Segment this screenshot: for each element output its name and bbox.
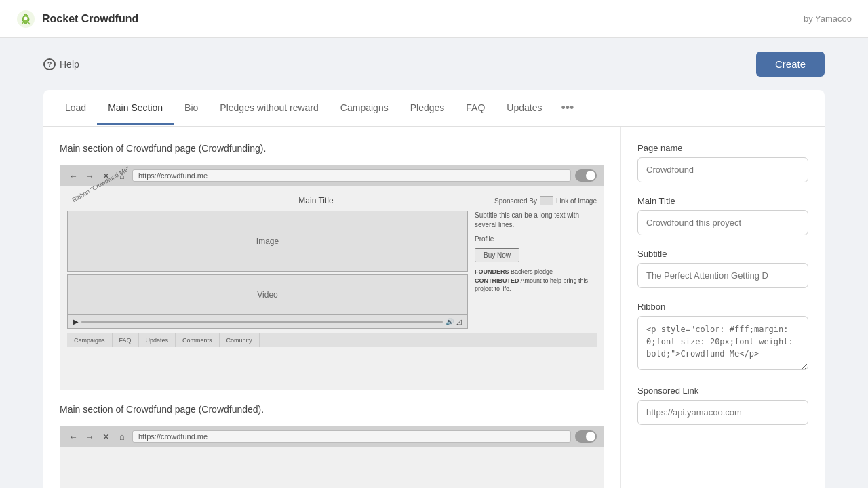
ribbon-field-group: Ribbon <p style="color: #fff;margin: 0;f… [637,302,808,372]
wf-link-of-image-label: Link of Image [556,197,597,205]
left-panel: Main section of Crowdfund page (Crowdfun… [43,127,621,488]
page-name-label: Page name [637,143,808,153]
browser-toggle-1[interactable] [575,169,597,182]
tab-pledges-without-reward[interactable]: Pledges without reward [209,92,330,125]
wf-play-icon: ▶ [73,318,79,325]
main-title-label: Main Title [637,196,808,206]
tab-main-section[interactable]: Main Section [97,92,174,125]
top-bar: ? Help Create [43,52,825,77]
wf-nav-tabs: Campaigns FAQ Updates Comments Comunity [67,333,597,347]
header-by-text: by Yamacoo [804,14,852,24]
wf-nav-comunity[interactable]: Comunity [220,333,260,347]
wf-video-placeholder: Video [67,274,468,315]
address-bar-1[interactable]: https://crowdfund.me [132,169,571,182]
tab-more-button[interactable]: ••• [555,90,579,126]
wf-main-area: Image Video ▶ 🔊 ◿ Subtitle this can be a… [67,211,597,329]
main-container: ? Help Create Load Main Section Bio Pled… [27,38,841,488]
sponsored-link-field-group: Sponsored Link [637,386,808,425]
wf-subtitle-text: Subtitle this can be a long text with se… [475,211,597,230]
ribbon-label: Ribbon [637,302,808,312]
tab-bio[interactable]: Bio [174,92,209,125]
browser-content-1: Ribbon "Crowdfund Me" Main Title Sponsor… [60,186,604,390]
browser-content-2 [60,447,604,488]
wf-fullscreen-icon: ◿ [456,318,462,325]
browser-toolbar-2: ← → ✕ ⌂ https://crowdfund.me [60,426,604,447]
wf-progress-bar [81,321,443,323]
subtitle-input[interactable] [637,263,808,288]
back-button[interactable]: ← [67,169,79,182]
browser-toggle-2[interactable] [575,430,597,443]
wf-right-col: Subtitle this can be a long text with se… [475,211,597,329]
wf-profile-label: Profile [475,235,597,243]
wf-left-col: Image Video ▶ 🔊 ◿ [67,211,468,329]
wf-image-placeholder: Image [67,211,468,272]
tabs-container: Load Main Section Bio Pledges without re… [43,90,825,127]
page-name-field-group: Page name [637,143,808,182]
wf-sponsored-by-label: Sponsored By [494,197,537,205]
browser-mockup-1: ← → ✕ ⌂ https://crowdfund.me Ribbon "Cro… [60,165,604,390]
close-button-2[interactable]: ✕ [100,430,112,443]
wf-sponsored: Sponsored By Link of Image [494,196,597,205]
wf-nav-comments[interactable]: Comments [176,333,220,347]
browser-mockup-2: ← → ✕ ⌂ https://crowdfund.me [60,426,604,488]
wf-nav-faq[interactable]: FAQ [113,333,139,347]
wf-founders-text: FOUNDERS Backers pledge CONTRIBUTED Amou… [475,268,597,293]
page-name-input[interactable] [637,157,808,182]
wf-main-title-label: Main Title [298,196,333,205]
right-panel: Page name Main Title Subtitle Ribbon <p … [621,127,825,488]
create-button[interactable]: Create [756,52,825,77]
wf-sponsor-image-box [540,196,553,205]
tab-faq[interactable]: FAQ [455,92,496,125]
sponsored-link-label: Sponsored Link [637,386,808,396]
app-title: Rocket Crowdfund [42,13,138,25]
address-bar-2[interactable]: https://crowdfund.me [132,430,571,443]
wf-volume-icon: 🔊 [446,318,454,325]
home-button-2[interactable]: ⌂ [116,430,128,443]
browser-toolbar-1: ← → ✕ ⌂ https://crowdfund.me [60,165,604,186]
svg-point-1 [24,16,28,20]
rocket-icon [16,9,35,28]
sponsored-link-input[interactable] [637,400,808,425]
back-button-2[interactable]: ← [67,430,79,443]
subtitle-label: Subtitle [637,249,808,259]
wf-header: Ribbon "Crowdfund Me" Main Title Sponsor… [67,193,597,211]
tab-pledges[interactable]: Pledges [399,92,456,125]
help-button[interactable]: ? Help [43,58,79,70]
help-icon: ? [43,58,56,70]
tab-campaigns[interactable]: Campaigns [330,92,399,125]
section-label-crowdfunded: Main section of Crowdfund page (Crowdfun… [60,404,604,415]
wf-nav-campaigns[interactable]: Campaigns [67,333,113,347]
subtitle-field-group: Subtitle [637,249,808,288]
wf-video-controls: ▶ 🔊 ◿ [67,315,468,329]
app-header: Rocket Crowdfund by Yamacoo [0,0,868,38]
content-area: Main section of Crowdfund page (Crowdfun… [43,127,825,488]
wf-nav-updates[interactable]: Updates [139,333,176,347]
main-title-field-group: Main Title [637,196,808,235]
forward-button[interactable]: → [83,169,96,182]
app-logo: Rocket Crowdfund [16,9,138,28]
section-label-crowdfunding: Main section of Crowdfund page (Crowdfun… [60,143,604,154]
ribbon-textarea[interactable]: <p style="color: #fff;margin: 0;font-siz… [637,316,808,370]
wf-buy-now-button[interactable]: Buy Now [475,248,519,262]
forward-button-2[interactable]: → [83,430,96,443]
main-title-input[interactable] [637,210,808,235]
help-label: Help [60,59,79,70]
tab-updates[interactable]: Updates [496,92,553,125]
tab-load[interactable]: Load [54,92,97,125]
